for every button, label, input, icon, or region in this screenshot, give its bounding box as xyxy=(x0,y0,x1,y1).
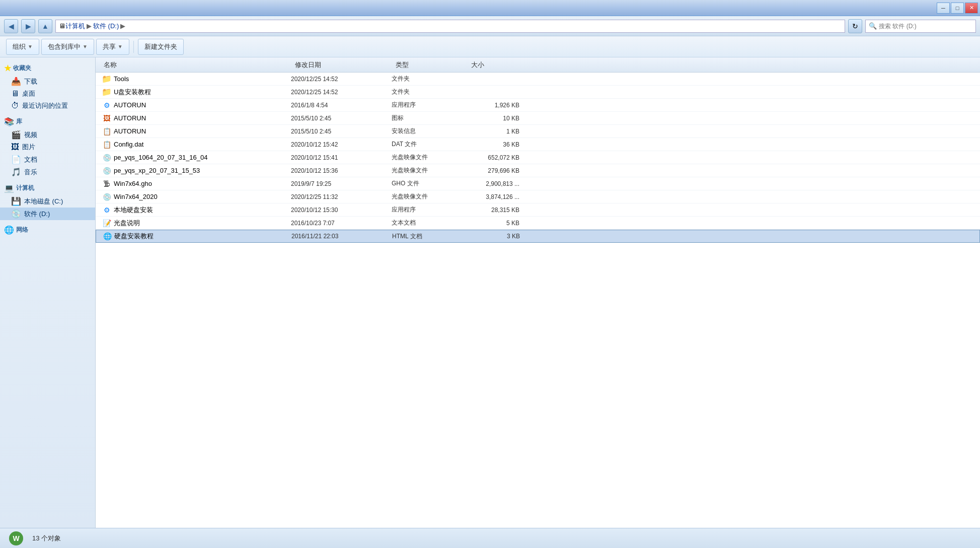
sidebar-video-label: 视频 xyxy=(24,130,37,140)
sidebar-item-doc[interactable]: 📄 文档 xyxy=(0,153,95,166)
txt-file-icon: 📝 xyxy=(103,219,111,227)
table-row[interactable]: 💿 Win7x64_2020 2020/12/25 11:32 光盘映像文件 3… xyxy=(96,190,980,203)
table-row[interactable]: ⚙ AUTORUN 2016/1/8 4:54 应用程序 1,926 KB xyxy=(96,99,980,112)
sidebar-download-label: 下载 xyxy=(24,77,37,86)
sidebar-item-recent[interactable]: ⏱ 最近访问的位置 xyxy=(0,100,95,112)
sidebar-item-local-c[interactable]: 💾 本地磁盘 (C:) xyxy=(0,195,95,208)
table-row[interactable]: 🌐 硬盘安装教程 2016/11/21 22:03 HTML 文档 3 KB xyxy=(96,230,980,243)
file-name: AUTORUN xyxy=(114,114,291,122)
file-icon: 📁 xyxy=(100,74,114,84)
file-name: AUTORUN xyxy=(114,127,291,135)
file-icon: 💿 xyxy=(100,193,114,201)
table-row[interactable]: 💿 pe_yqs_xp_20_07_31_15_53 2020/10/12 15… xyxy=(96,164,980,177)
sidebar-computer-section: 💻 计算机 💾 本地磁盘 (C:) 💿 软件 (D:) xyxy=(0,181,95,220)
sidebar-item-desktop[interactable]: 🖥 桌面 xyxy=(0,88,95,100)
file-date: 2016/1/8 4:54 xyxy=(291,102,392,109)
col-header-date[interactable]: 修改日期 xyxy=(291,60,392,70)
up-button[interactable]: ▲ xyxy=(38,19,52,33)
sidebar-library-label: 库 xyxy=(16,117,22,126)
refresh-button[interactable]: ↻ xyxy=(848,19,862,33)
sidebar-item-music[interactable]: 🎵 音乐 xyxy=(0,166,95,178)
file-name: AUTORUN xyxy=(114,101,291,109)
file-type: 图标 xyxy=(392,114,467,122)
doc-icon: 📄 xyxy=(11,155,21,164)
dat-file-icon: 📋 xyxy=(103,127,111,135)
file-type: HTML 文档 xyxy=(392,232,468,241)
file-type: 文件夹 xyxy=(392,75,467,83)
sidebar-item-drive-d[interactable]: 💿 软件 (D:) xyxy=(0,208,95,220)
sidebar-network-header[interactable]: 🌐 网络 xyxy=(0,223,95,237)
file-name: Tools xyxy=(114,75,291,83)
gho-file-icon: 🗜 xyxy=(103,180,110,188)
sidebar-favorites-header[interactable]: ★ 收藏夹 xyxy=(0,61,95,75)
sidebar-favorites-section: ★ 收藏夹 📥 下载 🖥 桌面 ⏱ 最近访问的位置 xyxy=(0,61,95,112)
status-count: 13 个对象 xyxy=(32,534,61,543)
col-header-type[interactable]: 类型 xyxy=(392,60,467,70)
sidebar-library-header[interactable]: 📚 库 xyxy=(0,115,95,128)
forward-button[interactable]: ▶ xyxy=(21,19,35,33)
table-row[interactable]: ⚙ 本地硬盘安装 2020/10/12 15:30 应用程序 28,315 KB xyxy=(96,203,980,217)
sidebar-item-download[interactable]: 📥 下载 xyxy=(0,75,95,88)
search-input[interactable] xyxy=(879,23,972,30)
table-row[interactable]: 🗜 Win7x64.gho 2019/9/7 19:25 GHO 文件 2,90… xyxy=(96,177,980,190)
include-library-button[interactable]: 包含到库中 ▼ xyxy=(41,39,94,55)
file-type: DAT 文件 xyxy=(392,140,467,149)
folder-file-icon: 📁 xyxy=(102,74,112,84)
search-box: 🔍 xyxy=(865,20,976,33)
computer-sidebar-icon: 💻 xyxy=(4,183,14,193)
folder-file-icon: 📁 xyxy=(102,87,112,97)
sidebar-computer-label: 计算机 xyxy=(16,184,34,192)
svg-text:W: W xyxy=(13,534,20,542)
sidebar-item-image[interactable]: 🖼 图片 xyxy=(0,141,95,153)
table-row[interactable]: 💿 pe_yqs_1064_20_07_31_16_04 2020/10/12 … xyxy=(96,151,980,164)
sidebar-image-label: 图片 xyxy=(22,143,35,152)
maximize-button[interactable]: □ xyxy=(951,3,964,14)
sidebar-favorites-label: 收藏夹 xyxy=(13,64,31,73)
file-icon: ⚙ xyxy=(100,101,114,109)
file-type: GHO 文件 xyxy=(392,179,467,188)
minimize-button[interactable]: ─ xyxy=(937,3,950,14)
organize-label: 组织 xyxy=(13,42,26,51)
new-folder-label: 新建文件夹 xyxy=(144,42,177,51)
address-bar: ◀ ▶ ▲ 🖥 计算机 ▶ 软件 (D:) ▶ ↻ 🔍 xyxy=(0,16,980,36)
sidebar-recent-label: 最近访问的位置 xyxy=(22,101,68,110)
file-icon: 📋 xyxy=(100,141,114,149)
file-name: 本地硬盘安装 xyxy=(114,206,291,215)
file-size: 3 KB xyxy=(468,233,528,240)
recent-icon: ⏱ xyxy=(11,101,19,110)
file-name: pe_yqs_xp_20_07_31_15_53 xyxy=(114,167,291,174)
table-row[interactable]: 📋 Config.dat 2020/10/12 15:42 DAT 文件 36 … xyxy=(96,138,980,151)
file-type: 安装信息 xyxy=(392,127,467,135)
share-button[interactable]: 共享 ▼ xyxy=(96,39,129,55)
organize-button[interactable]: 组织 ▼ xyxy=(6,39,39,55)
file-icon: 💿 xyxy=(100,154,114,162)
file-type: 文本文档 xyxy=(392,219,467,227)
new-folder-button[interactable]: 新建文件夹 xyxy=(138,39,184,55)
file-size: 1 KB xyxy=(467,128,527,135)
path-computer[interactable]: 计算机 xyxy=(65,22,85,31)
sidebar-item-video[interactable]: 🎬 视频 xyxy=(0,128,95,141)
col-header-name[interactable]: 名称 xyxy=(100,60,291,70)
col-header-size[interactable]: 大小 xyxy=(467,60,527,70)
file-name: 光盘说明 xyxy=(114,219,291,228)
file-icon: 📁 xyxy=(100,87,114,97)
file-date: 2019/9/7 19:25 xyxy=(291,180,392,187)
table-row[interactable]: 📁 U盘安装教程 2020/12/25 14:52 文件夹 xyxy=(96,86,980,99)
path-drive-d[interactable]: 软件 (D:) xyxy=(93,22,119,31)
table-row[interactable]: 📋 AUTORUN 2015/5/10 2:45 安装信息 1 KB xyxy=(96,125,980,138)
app-file-icon: ⚙ xyxy=(104,101,110,109)
network-icon: 🌐 xyxy=(4,225,14,235)
back-button[interactable]: ◀ xyxy=(4,19,18,33)
main-layout: ★ 收藏夹 📥 下载 🖥 桌面 ⏱ 最近访问的位置 📚 库 🎬 xyxy=(0,57,980,528)
file-icon: 💿 xyxy=(100,167,114,175)
sidebar-network-label: 网络 xyxy=(16,226,28,234)
html-file-icon: 🌐 xyxy=(103,232,112,240)
close-button[interactable]: ✕ xyxy=(965,3,978,14)
sidebar-computer-header[interactable]: 💻 计算机 xyxy=(0,181,95,195)
drive-d-icon: 💿 xyxy=(11,209,21,219)
table-row[interactable]: 📝 光盘说明 2016/10/23 7:07 文本文档 5 KB xyxy=(96,217,980,230)
table-row[interactable]: 🖼 AUTORUN 2015/5/10 2:45 图标 10 KB xyxy=(96,112,980,125)
file-date: 2020/12/25 11:32 xyxy=(291,193,392,200)
sidebar-drive-d-label: 软件 (D:) xyxy=(24,210,50,219)
table-row[interactable]: 📁 Tools 2020/12/25 14:52 文件夹 xyxy=(96,73,980,86)
